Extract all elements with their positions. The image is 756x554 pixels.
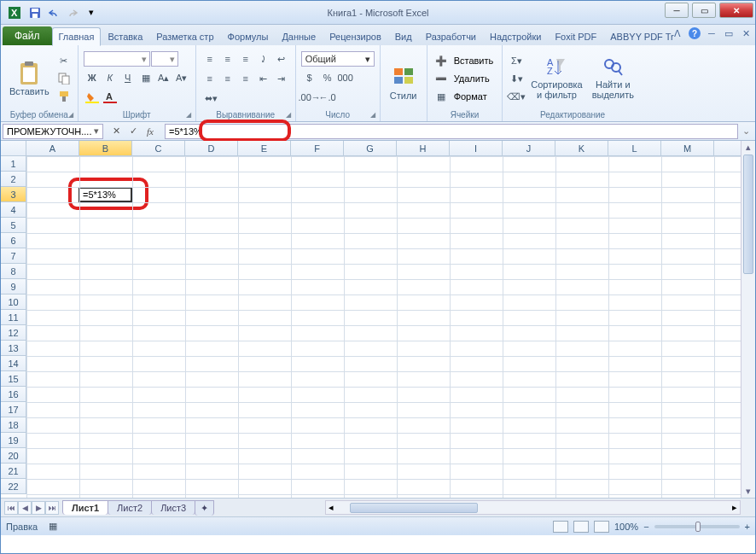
row-header[interactable]: 17	[1, 402, 26, 417]
sort-filter-button[interactable]: AZ Сортировка и фильтр	[527, 55, 585, 102]
scroll-up-icon[interactable]: ▴	[741, 141, 755, 154]
normal-view-icon[interactable]	[553, 521, 568, 533]
sheet-first-icon[interactable]: ⏮	[4, 501, 18, 515]
sheet-next-icon[interactable]: ▶	[32, 501, 45, 515]
styles-button[interactable]: Стили	[386, 65, 422, 102]
format-cells-label[interactable]: Формат	[451, 90, 491, 103]
column-header[interactable]: D	[185, 141, 238, 155]
find-select-button[interactable]: Найти и выделить	[589, 55, 637, 102]
decrease-decimal-icon[interactable]: ←.0	[319, 89, 336, 106]
row-header[interactable]: 16	[1, 387, 26, 402]
align-bottom-icon[interactable]: ≡	[237, 50, 254, 67]
row-header[interactable]: 15	[1, 371, 26, 387]
column-header[interactable]: K	[555, 141, 608, 155]
row-header[interactable]: 12	[1, 325, 26, 341]
column-header[interactable]: M	[661, 141, 714, 155]
row-header[interactable]: 20	[1, 448, 26, 464]
minimize-button[interactable]: ─	[665, 3, 689, 18]
column-header[interactable]: G	[344, 141, 397, 155]
file-tab[interactable]: Файл	[3, 26, 52, 45]
column-header[interactable]: J	[503, 141, 555, 155]
increase-indent-icon[interactable]: ⇥	[273, 70, 290, 87]
tab-home[interactable]: Главная	[52, 27, 102, 46]
format-painter-icon[interactable]	[55, 88, 73, 105]
undo-icon[interactable]	[45, 4, 62, 21]
number-format-select[interactable]: Общий▾	[301, 51, 375, 67]
zoom-slider[interactable]	[654, 525, 740, 528]
tab-abbyy[interactable]: ABBYY PDF Tr	[603, 26, 680, 45]
new-sheet-icon[interactable]: ✦	[195, 500, 214, 516]
align-middle-icon[interactable]: ≡	[219, 50, 236, 67]
decrease-font-icon[interactable]: A▾	[173, 69, 190, 86]
name-box[interactable]: ПРОМЕЖУТОЧН....▾	[3, 124, 103, 139]
copy-icon[interactable]	[55, 70, 73, 87]
align-center-icon[interactable]: ≡	[219, 70, 236, 87]
horizontal-scrollbar[interactable]: ◂ ▸	[325, 500, 741, 515]
bold-button[interactable]: Ж	[84, 69, 101, 86]
cells-area[interactable]: =5*13%	[26, 156, 755, 498]
delete-cells-label[interactable]: Удалить	[451, 72, 493, 85]
column-header[interactable]: L	[608, 141, 661, 155]
help-icon[interactable]: ?	[689, 27, 701, 39]
close-button[interactable]: ✕	[719, 3, 753, 18]
font-color-icon[interactable]: A	[102, 89, 119, 106]
column-header[interactable]: B	[79, 141, 132, 155]
sheet-tab-2[interactable]: Лист2	[108, 500, 152, 515]
decrease-indent-icon[interactable]: ⇤	[255, 70, 272, 87]
tab-developer[interactable]: Разработчи	[419, 26, 483, 45]
comma-icon[interactable]: 000	[337, 69, 354, 86]
row-header[interactable]: 22	[1, 479, 26, 494]
paste-button[interactable]: Вставить	[6, 59, 53, 98]
tab-insert[interactable]: Вставка	[101, 26, 149, 45]
tab-addins[interactable]: Надстройки	[483, 26, 548, 45]
qat-more-icon[interactable]: ▾	[83, 4, 100, 21]
vscroll-thumb[interactable]	[743, 155, 753, 274]
column-header[interactable]: H	[397, 141, 450, 155]
tab-formulas[interactable]: Формулы	[221, 26, 276, 45]
autosum-icon[interactable]: Σ▾	[508, 52, 525, 69]
insert-function-icon[interactable]: fx	[142, 124, 158, 139]
redo-icon[interactable]	[64, 4, 81, 21]
sheet-tab-3[interactable]: Лист3	[151, 500, 195, 515]
zoom-thumb[interactable]	[695, 522, 701, 532]
format-cells-icon[interactable]: ▦	[433, 88, 450, 105]
delete-cells-icon[interactable]: ➖	[433, 70, 450, 87]
align-left-icon[interactable]: ≡	[201, 70, 218, 87]
cancel-formula-icon[interactable]: ✕	[108, 124, 124, 139]
maximize-button[interactable]: ▭	[692, 3, 716, 18]
zoom-out-icon[interactable]: −	[643, 522, 648, 532]
column-header[interactable]: A	[26, 141, 79, 155]
percent-icon[interactable]: %	[319, 69, 336, 86]
row-header[interactable]: 6	[1, 233, 26, 248]
zoom-level[interactable]: 100%	[614, 522, 638, 532]
wrap-text-icon[interactable]: ↩	[273, 50, 290, 67]
page-layout-view-icon[interactable]	[573, 521, 589, 533]
row-header[interactable]: 9	[1, 279, 26, 294]
font-size-select[interactable]: ▾	[151, 51, 178, 67]
sheet-tab-1[interactable]: Лист1	[62, 500, 108, 515]
row-header[interactable]: 4	[1, 202, 26, 218]
row-header[interactable]: 3	[1, 187, 26, 202]
row-header[interactable]: 13	[1, 341, 26, 356]
formula-bar[interactable]: =5*13% ⌄	[165, 124, 738, 139]
expand-formula-icon[interactable]: ⌄	[739, 125, 753, 138]
increase-decimal-icon[interactable]: .00→	[301, 89, 318, 106]
column-header[interactable]: C	[132, 141, 185, 155]
row-header[interactable]: 5	[1, 218, 26, 233]
tab-data[interactable]: Данные	[275, 26, 323, 45]
zoom-in-icon[interactable]: +	[745, 522, 750, 532]
row-header[interactable]: 14	[1, 356, 26, 371]
column-header[interactable]: I	[450, 141, 503, 155]
italic-button[interactable]: К	[102, 69, 119, 86]
row-header[interactable]: 21	[1, 464, 26, 479]
macro-record-icon[interactable]: ▦	[44, 518, 61, 535]
tab-review[interactable]: Рецензиров	[323, 26, 388, 45]
align-right-icon[interactable]: ≡	[237, 70, 254, 87]
scroll-down-icon[interactable]: ▾	[741, 485, 755, 498]
tab-foxit[interactable]: Foxit PDF	[548, 26, 603, 45]
font-family-select[interactable]: ▾	[84, 51, 150, 67]
align-launcher-icon[interactable]: ◢	[283, 109, 294, 120]
enter-formula-icon[interactable]: ✓	[125, 124, 141, 139]
orientation-icon[interactable]: ⤸	[255, 50, 272, 67]
underline-button[interactable]: Ч	[119, 69, 137, 86]
